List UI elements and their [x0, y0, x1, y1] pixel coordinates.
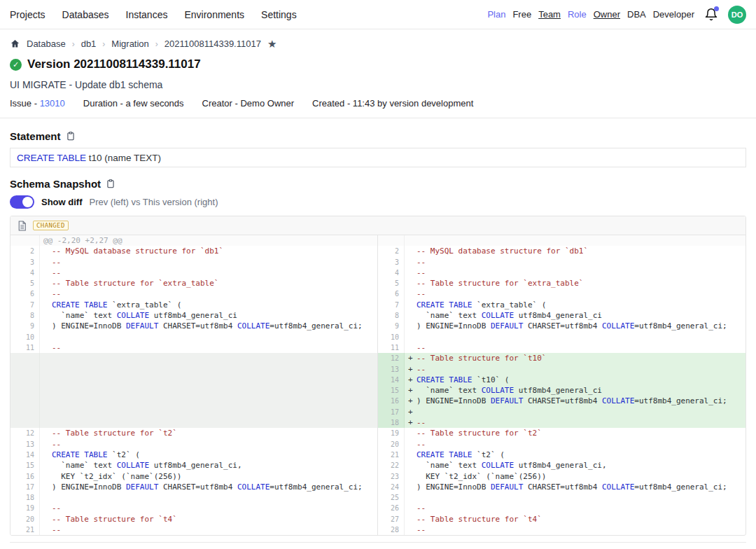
- copy-statement-icon[interactable]: [66, 131, 76, 141]
- line-number: [10, 353, 40, 363]
- diff-line: [10, 396, 377, 406]
- user-avatar[interactable]: DO: [728, 6, 746, 24]
- line-number: 2: [378, 246, 405, 256]
- breadcrumb: Database›db1›Migration›20211008114339.11…: [10, 39, 746, 49]
- line-number: 16: [378, 396, 405, 406]
- line-code: +) ENGINE=InnoDB DEFAULT CHARSET=utf8mb4…: [405, 396, 746, 406]
- migration-subtitle: UI MIGRATE - Update db1 schema: [10, 79, 746, 90]
- copy-snapshot-icon[interactable]: [106, 179, 115, 189]
- line-code: -- MySQL database structure for `db1`: [405, 246, 746, 256]
- line-number: 23: [378, 471, 405, 482]
- plan-option-team[interactable]: Team: [538, 9, 561, 20]
- show-diff-label: Show diff: [41, 197, 83, 207]
- meta-label: Issue -: [10, 98, 40, 109]
- line-number: 17: [378, 407, 405, 417]
- nav-item-settings[interactable]: Settings: [261, 9, 297, 20]
- diff-line: [10, 385, 377, 396]
- line-number: 16: [10, 471, 40, 482]
- top-navigation: ProjectsDatabasesInstancesEnvironmentsSe…: [0, 0, 756, 29]
- diff-line: 15+ `name` text COLLATE utf8mb4_general_…: [378, 385, 746, 396]
- line-code: --: [405, 524, 746, 535]
- role-option-owner[interactable]: Owner: [594, 9, 620, 20]
- diff-line: @@ -2,20 +2,27 @@: [10, 235, 377, 246]
- diff-line: 24 ) ENGINE=InnoDB DEFAULT CHARSET=utf8m…: [378, 482, 746, 492]
- line-number: 3: [10, 257, 40, 267]
- line-number: 28: [378, 524, 405, 535]
- line-code: [40, 375, 377, 385]
- star-icon[interactable]: ★: [267, 39, 276, 49]
- line-code: [405, 332, 746, 342]
- title-row: ✓ Version 20211008114339.11017: [10, 57, 746, 71]
- diff-line: 15 `name` text COLLATE utf8mb4_general_c…: [10, 460, 377, 471]
- changed-badge: CHANGED: [33, 221, 69, 230]
- breadcrumb-item-1[interactable]: db1: [81, 39, 97, 49]
- nav-right: PlanFreeTeamRoleOwnerDBADeveloper DO: [487, 6, 746, 24]
- line-number: 10: [10, 332, 40, 342]
- line-code: -- Table structure for `t4`: [405, 514, 746, 524]
- line-number: 20: [10, 514, 40, 524]
- schema-snapshot-heading: Schema Snapshot: [10, 178, 746, 190]
- line-code: KEY `t2_idx` (`name`(256)): [40, 471, 377, 482]
- diff-line: 21 --: [10, 524, 377, 535]
- page-title: Version 20211008114339.11017: [27, 57, 201, 71]
- nav-item-databases[interactable]: Databases: [62, 9, 109, 20]
- toggle-knob: [22, 197, 33, 207]
- show-diff-toggle[interactable]: [10, 195, 34, 209]
- breadcrumb-item-2[interactable]: Migration: [111, 39, 148, 49]
- line-code: `name` text COLLATE utf8mb4_general_ci: [40, 310, 377, 321]
- meta-label: Creator - Demo Owner: [202, 98, 294, 109]
- line-code: KEY `t2_idx` (`name`(256)): [405, 471, 746, 482]
- line-code: -- Table structure for `t4`: [40, 514, 377, 524]
- diff-line: 19 --: [10, 503, 377, 513]
- diff-line: [10, 353, 377, 363]
- diff-line: 12 -- Table structure for `t2`: [10, 428, 377, 438]
- line-code: --: [405, 267, 746, 278]
- nav-item-environments[interactable]: Environments: [184, 9, 244, 20]
- line-number: 12: [378, 353, 405, 363]
- line-number: [10, 385, 40, 396]
- line-number: 13: [378, 364, 405, 375]
- diff-line: 12+-- Table structure for `t10`: [378, 353, 746, 363]
- line-number: 4: [378, 267, 405, 278]
- nav-item-projects[interactable]: Projects: [10, 9, 46, 20]
- meta-item-2: Creator - Demo Owner: [202, 98, 294, 109]
- issue-link[interactable]: 13010: [40, 98, 65, 109]
- plan-option-free[interactable]: Free: [512, 9, 531, 20]
- line-code: --: [40, 439, 377, 450]
- diff-line: 13+--: [378, 364, 746, 375]
- nav-item-instances[interactable]: Instances: [126, 9, 168, 20]
- notification-bell-icon[interactable]: [704, 8, 718, 22]
- show-diff-row: Show diff Prev (left) vs This version (r…: [10, 195, 746, 209]
- breadcrumb-item-0[interactable]: Database: [27, 39, 66, 49]
- meta-label: Duration - a few seconds: [83, 98, 184, 109]
- line-number: 27: [378, 514, 405, 524]
- line-code: [405, 492, 746, 503]
- diff-line: 7 CREATE TABLE `extra_table` (: [378, 300, 746, 310]
- role-option-dba[interactable]: DBA: [627, 9, 646, 20]
- diff-line: 18+--: [378, 417, 746, 428]
- diff-line: 8 `name` text COLLATE utf8mb4_general_ci: [10, 310, 377, 321]
- line-number: 5: [378, 278, 405, 289]
- diff-line: 26 --: [378, 503, 746, 513]
- line-number: 15: [10, 460, 40, 471]
- meta-item-1: Duration - a few seconds: [83, 98, 184, 109]
- line-number: 18: [378, 417, 405, 428]
- line-number: 13: [10, 439, 40, 450]
- line-number: [378, 235, 405, 246]
- diff-line: 16 KEY `t2_idx` (`name`(256)): [10, 471, 377, 482]
- role-group: RoleOwnerDBADeveloper: [568, 9, 694, 20]
- line-code: --: [40, 267, 377, 278]
- plan-group: PlanFreeTeam: [487, 9, 561, 20]
- line-number: 7: [10, 300, 40, 310]
- line-number: 19: [10, 503, 40, 513]
- breadcrumb-item-3[interactable]: 20211008114339.11017: [164, 39, 261, 49]
- diff-line: [10, 417, 377, 428]
- line-code: --: [40, 289, 377, 299]
- meta-label: Created - 11:43 by version development: [312, 98, 473, 109]
- home-icon[interactable]: [10, 39, 20, 49]
- line-code: ) ENGINE=InnoDB DEFAULT CHARSET=utf8mb4 …: [40, 321, 377, 331]
- role-option-developer[interactable]: Developer: [653, 9, 694, 20]
- line-code: [40, 332, 377, 342]
- line-code: +-- Table structure for `t10`: [405, 353, 746, 363]
- line-code: -- MySQL database structure for `db1`: [40, 246, 377, 256]
